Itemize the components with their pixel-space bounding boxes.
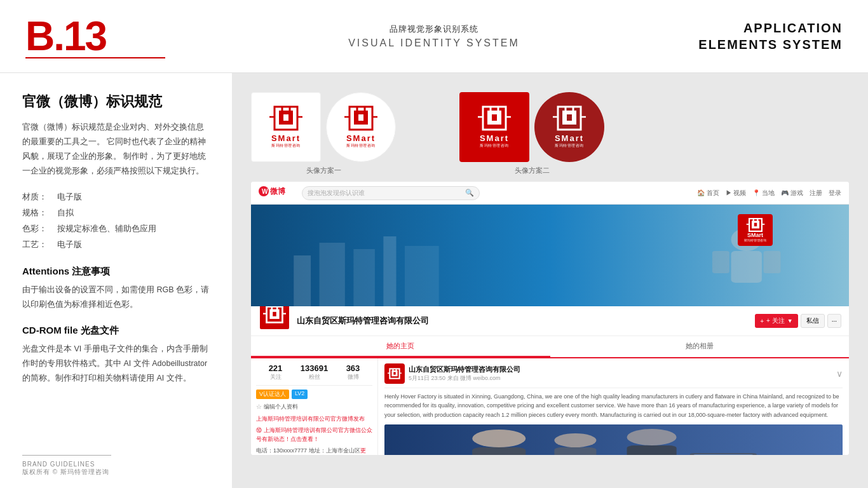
post-item-1-text: ☆ 编辑个人资料: [256, 403, 372, 412]
spec-size-label: 规格：: [22, 205, 57, 221]
follow-plus: +: [760, 318, 764, 325]
sidebar-desc: 官微（微博）标识规范是企业对内、对外交换信息的最重要的工具之一。 它同时也代表了…: [22, 120, 210, 179]
company-post-header: 山东自贸区斯玛特管理咨询有限公司 5月11日 23:50 来自 微博 weibo…: [384, 363, 843, 388]
post-item-1: ☆ 编辑个人资料: [256, 403, 372, 412]
logo-group-2: SMart 斯玛特管理咨询: [459, 92, 604, 175]
svg-point-35: [472, 430, 526, 447]
main: 官微（微博）标识规范 官微（微博）标识规范是企业对内、对外交换信息的最重要的工具…: [0, 73, 868, 488]
weibo-company-name: 山东自贸区斯玛特管理咨询有限公司: [297, 315, 429, 327]
weibo-right-info: 山东自贸区斯玛特管理咨询有限公司 5月11日 23:50 来自 微博 weibo…: [378, 358, 849, 455]
weibo-nav-home[interactable]: 🏠 首页: [697, 189, 719, 198]
post-item-3-text: ⑩ 上海斯玛特管理培训有限公司官方微信公众号有新动态！点击查看！: [256, 426, 372, 444]
spec-size-value: 自拟: [57, 205, 74, 221]
post-link-3[interactable]: ⑩ 上海斯玛特管理培训有限公司官方微信公众号有新动态！点击查看！: [256, 427, 372, 442]
svg-rect-18: [353, 249, 375, 306]
company-post-name: 山东自贸区斯玛特管理咨询有限公司: [409, 365, 520, 374]
svg-rect-16: [294, 255, 311, 306]
stat-following-num: 221: [256, 363, 295, 373]
attention-desc: 由于输出设备的设置不同，如需使用 RGB 色彩，请以印刷色值为标准择相近色彩。: [22, 283, 210, 312]
smart-sub-2: 斯玛特管理咨询: [346, 143, 376, 149]
stat-posts-num: 363: [334, 363, 372, 373]
post-item-2-text: 上海斯玛特管理培训有限公司官方微博发布: [256, 415, 372, 424]
logo-box-red-square: SMart 斯玛特管理咨询: [459, 92, 529, 162]
smart-logo-white: SMart 斯玛特管理咨询: [269, 105, 302, 149]
stat-posts-label: 微博: [334, 373, 372, 381]
post-item-4: 电话：130xxxx7777 地址：上海市金山区更多...: [256, 447, 372, 455]
sidebar-footer: BRAND GUIDELINES 版权所有 © 斯玛特管理咨询: [22, 455, 111, 477]
weibo-nav-game[interactable]: 🎮 游戏: [781, 189, 803, 198]
weibo-body: SMart 斯玛特管理咨询: [251, 205, 849, 455]
company-photo-svg: [384, 424, 843, 455]
follow-label: + 关注: [766, 316, 785, 325]
footer-divider: [22, 455, 111, 456]
weibo-logo: W 微博: [259, 184, 297, 201]
avatar-smart-icon: [263, 306, 286, 323]
smart-text-3: SMart: [480, 133, 509, 143]
stat-followers-label: 粉丝: [295, 373, 334, 381]
weibo-mockup: W 微博 搜泡泡发现你认识谁 🔍 🏠 首页 ▶ 视频 📍 当地 🎮 游戏 注册 …: [251, 182, 849, 455]
logo-showcase: SMart 斯玛特管理咨询: [251, 92, 849, 175]
tab-main-page[interactable]: 她的主页: [251, 336, 550, 357]
weibo-nav-register[interactable]: 注册: [810, 189, 822, 198]
tab-photos[interactable]: 她的相册: [550, 336, 850, 357]
logo-box-white-square: SMart 斯玛特管理咨询: [251, 92, 321, 162]
follow-button[interactable]: + + 关注 ▼: [755, 314, 797, 328]
svg-rect-33: [393, 372, 395, 374]
header-right-title: APPLICATIONELEMENTS SYSTEM: [698, 20, 843, 53]
svg-point-39: [627, 429, 677, 445]
footer-line1: BRAND GUIDELINES: [22, 461, 111, 468]
content: SMart 斯玛特管理咨询: [232, 73, 868, 488]
banner-smart-text: SMart: [747, 232, 763, 238]
svg-rect-8: [492, 114, 497, 121]
spec-material-label: 材质：: [22, 189, 57, 205]
smart-sub-1: 斯玛特管理咨询: [271, 143, 301, 149]
weibo-nav-local[interactable]: 📍 当地: [752, 189, 775, 198]
smart-logo-red-bg: SMart 斯玛特管理咨询: [478, 105, 511, 149]
header-right: APPLICATIONELEMENTS SYSTEM: [698, 20, 843, 53]
stat-posts: 363 微博: [334, 363, 372, 381]
more-button[interactable]: ···: [827, 314, 841, 328]
expand-icon[interactable]: ∨: [836, 369, 843, 379]
smart-icon-circle-red: [344, 105, 377, 131]
company-post-avatar: [384, 363, 405, 384]
post-link-4[interactable]: 更多...: [256, 447, 366, 455]
stat-following: 221 关注: [256, 363, 295, 381]
company-post-desc: Henly Hover Factory is situated in Xinni…: [384, 392, 843, 419]
sidebar: 官微（微博）标识规范 官微（微博）标识规范是企业对内、对外交换信息的最重要的工具…: [0, 73, 232, 488]
svg-text:微博: 微博: [269, 187, 286, 196]
svg-rect-30: [273, 312, 276, 316]
spec-craft-label: 工艺：: [22, 237, 57, 253]
weibo-nav-login[interactable]: 登录: [829, 189, 841, 198]
svg-rect-20: [405, 246, 439, 306]
logo-group-1: SMart 斯玛特管理咨询: [251, 92, 396, 175]
company-avatar-icon: [388, 368, 402, 379]
weibo-search-bar[interactable]: 搜泡泡发现你认识谁 🔍: [302, 186, 480, 200]
banner-smart-sub: 斯玛特管理咨询: [744, 238, 766, 242]
logo-box-dark-red-circle: SMart 斯玛特管理咨询: [534, 92, 604, 162]
weibo-profile-info: 山东自贸区斯玛特管理咨询有限公司 + + 关注 ▼ 私信 ···: [251, 306, 849, 336]
weibo-banner: SMart 斯玛特管理咨询: [251, 205, 849, 306]
weibo-header: W 微博 搜泡泡发现你认识谁 🔍 🏠 首页 ▶ 视频 📍 当地 🎮 游戏 注册 …: [251, 182, 849, 205]
post-item-3: ⑩ 上海斯玛特管理培训有限公司官方微信公众号有新动态！点击查看！: [256, 426, 372, 444]
spec-craft-value: 电子版: [57, 237, 82, 253]
follow-icon: ▼: [787, 318, 793, 324]
svg-rect-34: [384, 424, 843, 455]
weibo-nav-video[interactable]: ▶ 视频: [726, 189, 747, 198]
cdrom-desc: 光盘文件是本 VI 手册电子文件的集合，内含手册制作时的专用软件格式。其中 AI…: [22, 342, 210, 386]
weibo-nav: 🏠 首页 ▶ 视频 📍 当地 🎮 游戏 注册 登录: [697, 189, 841, 198]
svg-rect-36: [472, 447, 526, 455]
svg-rect-19: [383, 236, 396, 306]
post-link-2[interactable]: 上海斯玛特管理培训有限公司官方微博发布: [256, 416, 365, 422]
message-button[interactable]: 私信: [801, 314, 825, 328]
header-divider: [25, 57, 165, 58]
spec-color-value: 按规定标准色、辅助色应用: [57, 221, 156, 237]
weibo-stats-row: 221 关注 133691 粉丝 363 微博: [256, 363, 372, 386]
smart-sub-3: 斯玛特管理咨询: [480, 143, 509, 149]
svg-rect-24: [764, 251, 781, 273]
company-post-photo: [384, 424, 843, 455]
weibo-search-text: 搜泡泡发现你认识谁: [308, 189, 365, 198]
search-icon: 🔍: [465, 189, 474, 197]
spec-material-value: 电子版: [57, 189, 82, 205]
post-tags: V认证达人 LV2: [256, 390, 372, 399]
smart-icon-white-2: [553, 105, 586, 131]
